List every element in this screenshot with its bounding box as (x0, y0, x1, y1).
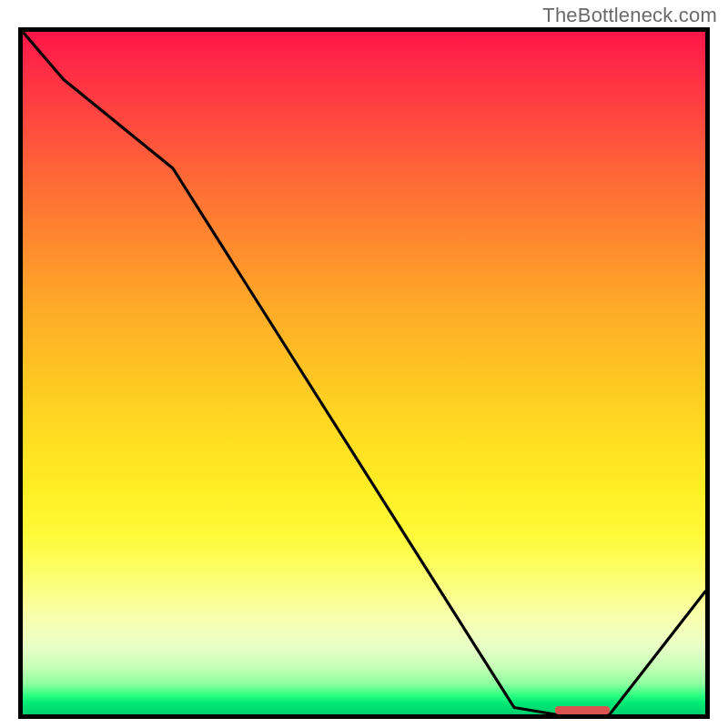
watermark-text: TheBottleneck.com (542, 4, 717, 27)
curve-path (23, 32, 705, 714)
optimal-range-marker (555, 706, 610, 714)
chart-stage: TheBottleneck.com (0, 0, 728, 728)
plot-container (18, 27, 710, 719)
bottleneck-curve (18, 27, 710, 719)
